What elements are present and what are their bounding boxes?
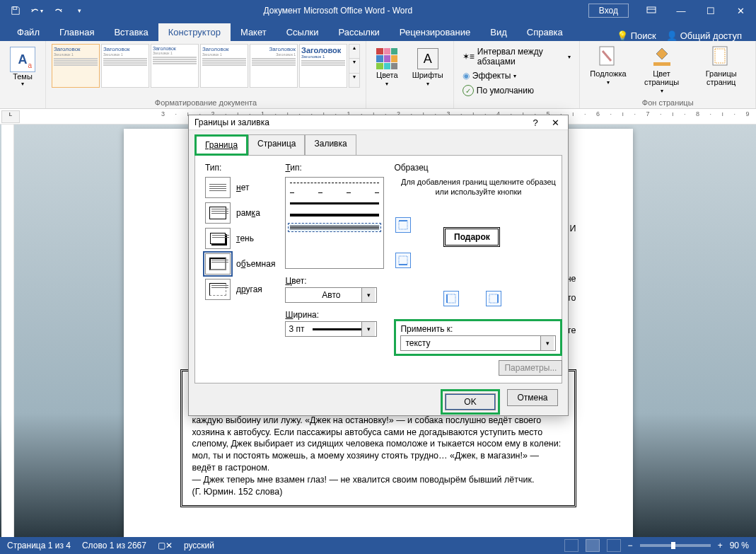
ribbon-display-icon[interactable]: [637, 0, 665, 21]
zoom-in-icon[interactable]: +: [718, 541, 723, 550]
read-mode-icon[interactable]: [564, 539, 578, 552]
web-layout-icon[interactable]: [607, 539, 621, 552]
svg-rect-8: [447, 294, 455, 303]
tab-references[interactable]: Ссылки: [277, 23, 329, 41]
themes-button[interactable]: Aa Темы▾: [6, 44, 40, 87]
cancel-button[interactable]: Отмена: [507, 389, 558, 406]
colors-icon: [376, 48, 397, 69]
zoom-level[interactable]: 90 %: [730, 541, 749, 550]
page-color-icon: [651, 45, 673, 68]
gallery-item[interactable]: ЗаголовокЗаголовок 1: [52, 44, 100, 88]
share-icon: 👤: [666, 30, 678, 41]
fonts-icon: A: [417, 48, 438, 69]
tab-border[interactable]: Граница: [194, 134, 248, 156]
svg-rect-7: [399, 256, 407, 265]
redo-icon[interactable]: [50, 2, 66, 19]
ruler-corner: L: [1, 110, 20, 123]
right-border-toggle[interactable]: [486, 291, 501, 306]
page-indicator[interactable]: Страница 1 из 4: [7, 541, 71, 550]
page-borders-icon: [710, 45, 733, 68]
colors-button[interactable]: Цвета▾: [372, 44, 402, 88]
language-indicator[interactable]: русский: [184, 541, 214, 550]
tab-insert[interactable]: Вставка: [104, 23, 158, 41]
left-border-toggle[interactable]: [443, 291, 459, 306]
share-button[interactable]: 👤 Общий доступ: [666, 30, 742, 41]
signin-button[interactable]: Вход: [588, 4, 629, 18]
zoom-out-icon[interactable]: −: [628, 541, 633, 550]
top-border-toggle[interactable]: [395, 217, 411, 233]
width-combo[interactable]: 3 пт: [285, 321, 377, 337]
zoom-slider[interactable]: [640, 544, 711, 547]
gallery-item[interactable]: ЗаголовокЗаголовок 1: [250, 44, 298, 88]
qat-customize-icon[interactable]: ▾: [71, 2, 88, 19]
border-type-box[interactable]: рамка: [205, 202, 275, 224]
check-icon: ✓: [463, 85, 474, 96]
gallery-more-icon[interactable]: ▾: [349, 73, 359, 87]
ok-button[interactable]: OK: [445, 393, 496, 410]
tab-view[interactable]: Вид: [480, 23, 517, 41]
svg-rect-3: [653, 62, 670, 66]
svg-rect-6: [399, 221, 407, 229]
window-title: Документ Microsoft Office Word - Word: [88, 6, 588, 16]
minimize-icon[interactable]: —: [667, 0, 695, 21]
gallery-item[interactable]: ЗаголовокЗаголовок 1: [151, 44, 199, 88]
tab-shading[interactable]: Заливка: [305, 134, 356, 156]
close-icon[interactable]: ✕: [726, 0, 755, 21]
ribbon-tabs: Файл Главная Вставка Конструктор Макет С…: [0, 21, 756, 41]
preview-sample[interactable]: Подарок: [443, 227, 500, 247]
watermark-button[interactable]: Подложка▾: [586, 44, 630, 96]
gallery-item[interactable]: ЗаголовокЗаголовок 1: [200, 44, 248, 88]
color-combo[interactable]: Авто: [285, 287, 377, 303]
line-style-list[interactable]: [285, 177, 384, 269]
tab-home[interactable]: Главная: [50, 23, 104, 41]
print-layout-icon[interactable]: [586, 539, 600, 552]
titlebar: ▾ ▾ Документ Microsoft Office Word - Wor…: [0, 0, 756, 21]
border-type-shadow[interactable]: тень: [205, 228, 275, 249]
options-button: Параметры...: [499, 360, 562, 376]
gallery-down-icon[interactable]: ▾: [349, 58, 359, 72]
page-borders-button[interactable]: Границы страниц: [692, 44, 750, 96]
paragraph-spacing-button[interactable]: ✶≡Интервал между абзацами▾: [460, 45, 574, 68]
bottom-border-toggle[interactable]: [395, 253, 411, 268]
tab-page-border[interactable]: Страница: [248, 134, 305, 156]
tell-me-search[interactable]: 💡 Поиск: [617, 30, 656, 41]
gallery-up-icon[interactable]: ▴: [349, 45, 359, 58]
tab-layout[interactable]: Макет: [231, 23, 277, 41]
effects-icon: ◉: [463, 71, 470, 81]
themes-icon: Aa: [10, 47, 35, 72]
word-count[interactable]: Слово 1 из 2667: [82, 541, 146, 550]
help-icon[interactable]: ?: [528, 117, 542, 128]
proofing-icon[interactable]: ▢✕: [158, 541, 173, 550]
watermark-icon: [597, 45, 620, 68]
tab-help[interactable]: Справка: [517, 23, 573, 41]
svg-rect-0: [13, 7, 17, 10]
border-type-3d[interactable]: объемная: [205, 253, 275, 275]
statusbar: Страница 1 из 4 Слово 1 из 2667 ▢✕ русск…: [0, 537, 756, 554]
borders-shading-dialog: Границы и заливка ? ✕ Граница Страница З…: [188, 115, 569, 416]
para-spacing-icon: ✶≡: [463, 52, 475, 62]
set-default-button[interactable]: ✓По умолчанию: [460, 83, 574, 98]
tab-review[interactable]: Рецензирование: [390, 23, 480, 41]
svg-rect-9: [489, 294, 498, 303]
dialog-titlebar[interactable]: Границы и заливка ? ✕: [189, 115, 568, 130]
dialog-tabs: Граница Страница Заливка: [189, 130, 568, 156]
border-type-custom[interactable]: другая: [205, 279, 275, 300]
border-type-none[interactable]: нет: [205, 177, 275, 198]
gallery-item[interactable]: ЗаголовокЗаголовок 1: [299, 44, 347, 88]
tab-design[interactable]: Конструктор: [158, 23, 231, 41]
gallery-item[interactable]: ЗаголовокЗаголовок 1: [101, 44, 149, 88]
maximize-icon[interactable]: ☐: [697, 0, 725, 21]
tab-file[interactable]: Файл: [7, 23, 50, 41]
effects-button[interactable]: ◉Эффекты▾: [460, 69, 574, 82]
apply-to-combo[interactable]: тексту: [400, 335, 556, 351]
undo-icon[interactable]: ▾: [28, 2, 45, 19]
word-window: ▾ ▾ Документ Microsoft Office Word - Wor…: [0, 0, 756, 554]
ruler-vertical[interactable]: [1, 125, 14, 537]
page-color-button[interactable]: Цвет страницы▾: [636, 44, 687, 96]
fonts-button[interactable]: A Шрифты▾: [408, 44, 448, 88]
save-icon[interactable]: [7, 2, 24, 19]
tab-mailings[interactable]: Рассылки: [328, 23, 389, 41]
svg-rect-1: [647, 7, 656, 13]
close-icon[interactable]: ✕: [548, 115, 562, 129]
style-gallery[interactable]: ЗаголовокЗаголовок 1 ЗаголовокЗаголовок …: [52, 44, 360, 88]
